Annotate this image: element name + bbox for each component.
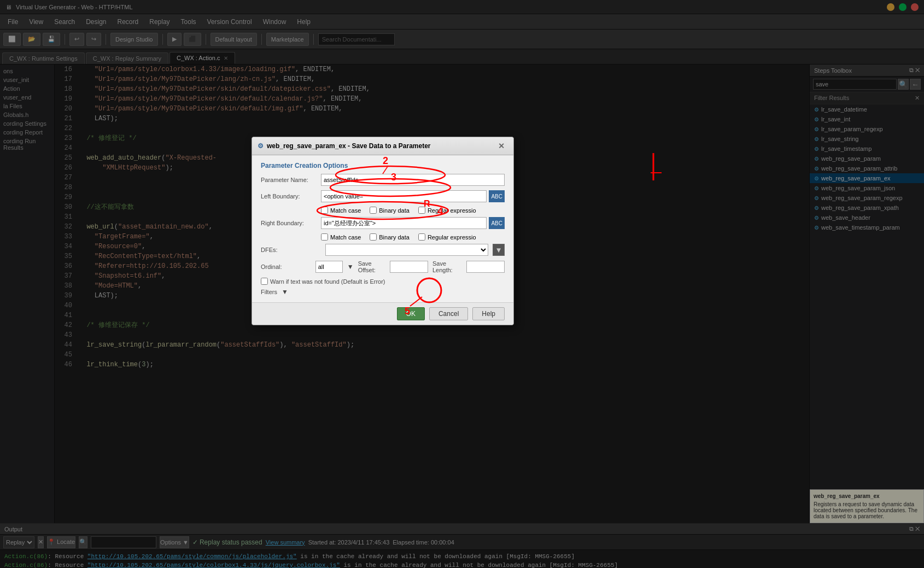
modal-body: Parameter Creation Options Parameter Nam… bbox=[252, 155, 513, 302]
left-binary-data-check[interactable] bbox=[370, 207, 377, 214]
filters-label: Filters bbox=[261, 289, 277, 295]
left-boundary-label: Left Boundary: bbox=[261, 193, 321, 200]
left-regex-label: Regular expressio bbox=[428, 207, 476, 214]
modal-title-bar: ⚙ web_reg_save_param_ex - Save Data to a… bbox=[252, 137, 513, 155]
left-match-case-label: Match case bbox=[330, 207, 361, 214]
ordinal-input[interactable] bbox=[315, 261, 343, 273]
warn-text: Warn if text was not found (Default is E… bbox=[270, 278, 385, 285]
help-button[interactable]: Help bbox=[472, 307, 505, 320]
right-regex[interactable]: Regular expressio bbox=[418, 233, 476, 241]
right-binary-data[interactable]: Binary data bbox=[370, 233, 410, 241]
save-length-label: Save Length: bbox=[432, 260, 462, 273]
right-boundary-label: Right Boundary: bbox=[261, 220, 321, 226]
save-length-input[interactable] bbox=[466, 261, 505, 273]
ordinal-label: Ordinal: bbox=[261, 263, 311, 270]
right-regex-label: Regular expressio bbox=[428, 234, 476, 241]
left-binary-data-label: Binary data bbox=[379, 207, 410, 214]
modal-close-button[interactable]: ✕ bbox=[495, 140, 508, 151]
modal-dialog: ⚙ web_reg_save_param_ex - Save Data to a… bbox=[252, 137, 514, 325]
dfes-dropdown-btn[interactable]: ▼ bbox=[493, 244, 505, 256]
param-name-row: Parameter Name: bbox=[261, 174, 505, 186]
modal-title-content: ⚙ web_reg_save_param_ex - Save Data to a… bbox=[258, 142, 431, 150]
cancel-button[interactable]: Cancel bbox=[429, 307, 468, 320]
right-regex-check[interactable] bbox=[418, 233, 425, 241]
ok-button[interactable]: OK bbox=[397, 307, 425, 320]
right-boundary-options: Match case Binary data Regular expressio bbox=[261, 233, 505, 241]
left-match-case[interactable]: Match case bbox=[321, 207, 361, 214]
left-regex[interactable]: Regular expressio bbox=[418, 207, 476, 214]
ordinal-row: Ordinal: ▼ Save Offset: Save Length: bbox=[261, 260, 505, 273]
modal-footer: OK Cancel Help bbox=[252, 302, 513, 325]
dfes-label: DFEs: bbox=[261, 247, 321, 253]
dfes-select[interactable] bbox=[325, 244, 488, 256]
left-boundary-options: Match case Binary data Regular expressio bbox=[261, 207, 505, 214]
right-boundary-row: Right Boundary: ABC bbox=[261, 217, 505, 229]
filters-row: Filters ▼ bbox=[261, 288, 505, 296]
right-boundary-abc-btn[interactable]: ABC bbox=[489, 217, 505, 229]
filters-dropdown-icon[interactable]: ▼ bbox=[282, 288, 288, 296]
right-match-case[interactable]: Match case bbox=[321, 233, 361, 241]
modal-icon: ⚙ bbox=[258, 142, 264, 150]
right-boundary-input[interactable] bbox=[321, 217, 487, 229]
ordinal-dropdown[interactable]: ▼ bbox=[347, 263, 354, 271]
left-regex-check[interactable] bbox=[418, 207, 425, 214]
save-offset-input[interactable] bbox=[390, 261, 428, 273]
dfes-row: DFEs: ▼ bbox=[261, 244, 505, 256]
right-match-case-check[interactable] bbox=[321, 233, 328, 241]
modal-overlay: ⚙ web_reg_save_param_ex - Save Data to a… bbox=[0, 0, 924, 568]
warn-checkbox[interactable] bbox=[261, 278, 268, 285]
right-match-case-label: Match case bbox=[330, 234, 361, 241]
param-name-input[interactable] bbox=[321, 174, 505, 186]
left-boundary-row: Left Boundary: ABC bbox=[261, 190, 505, 202]
left-boundary-abc-btn[interactable]: ABC bbox=[489, 190, 505, 202]
left-boundary-input[interactable] bbox=[321, 190, 487, 202]
modal-section-title: Parameter Creation Options bbox=[261, 162, 505, 169]
save-offset-label: Save Offset: bbox=[358, 260, 385, 273]
warn-checkbox-row: Warn if text was not found (Default is E… bbox=[261, 278, 505, 285]
modal-title-text: web_reg_save_param_ex - Save Data to a P… bbox=[267, 142, 431, 150]
right-binary-data-label: Binary data bbox=[379, 234, 410, 241]
right-binary-data-check[interactable] bbox=[370, 233, 377, 241]
param-name-label: Parameter Name: bbox=[261, 177, 321, 183]
left-binary-data[interactable]: Binary data bbox=[370, 207, 410, 214]
left-match-case-check[interactable] bbox=[321, 207, 328, 214]
